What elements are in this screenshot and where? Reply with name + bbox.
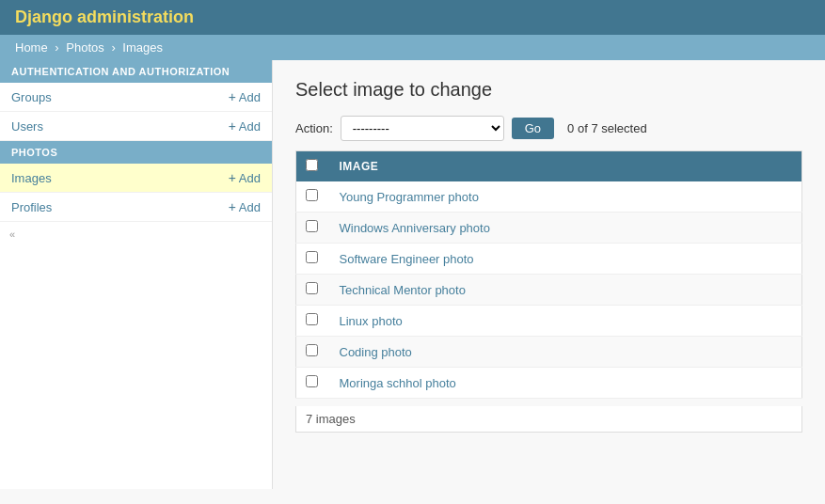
- sidebar-users-link[interactable]: Users: [11, 119, 43, 134]
- image-link-6[interactable]: Moringa schhol photo: [340, 376, 456, 390]
- sidebar-groups-add[interactable]: + Add: [229, 89, 261, 104]
- sidebar-images-link[interactable]: Images: [11, 171, 52, 185]
- sidebar: Authentication and Authorization Groups …: [0, 60, 273, 489]
- image-link-2[interactable]: Software Engineer photo: [340, 252, 474, 266]
- sidebar-profiles-link[interactable]: Profiles: [11, 200, 52, 214]
- row-label-cell: Moringa schhol photo: [330, 368, 802, 399]
- table-body: Young Programmer photo Windows Anniversa…: [296, 181, 802, 399]
- row-checkbox-4[interactable]: [306, 313, 318, 325]
- breadcrumb: Home › Photos › Images: [0, 35, 825, 60]
- sidebar-profiles-add[interactable]: + Add: [229, 199, 261, 214]
- plus-icon: +: [229, 118, 236, 134]
- row-checkbox-3[interactable]: [306, 282, 318, 294]
- image-link-4[interactable]: Linux photo: [340, 314, 403, 328]
- plus-icon: +: [229, 170, 236, 185]
- nav-toggle[interactable]: «: [0, 222, 272, 246]
- row-label-cell: Technical Mentor photo: [330, 275, 802, 306]
- images-table: IMAGE Young Programmer photo Windows Ann…: [295, 150, 802, 399]
- plus-icon: +: [229, 199, 236, 214]
- selected-count: 0 of 7 selected: [567, 121, 647, 135]
- table-row: Technical Mentor photo: [296, 275, 802, 306]
- row-checkbox-5[interactable]: [306, 344, 318, 356]
- row-checkbox-1[interactable]: [306, 220, 318, 232]
- header: Django administration: [0, 0, 825, 35]
- sidebar-groups-link[interactable]: Groups: [11, 90, 52, 104]
- chevron-left-icon: «: [9, 228, 15, 240]
- select-all-header[interactable]: [296, 151, 330, 182]
- row-checkbox-cell[interactable]: [296, 181, 330, 213]
- action-label: Action:: [295, 121, 333, 135]
- sidebar-item-images[interactable]: Images + Add: [0, 164, 272, 193]
- image-column-header: IMAGE: [330, 151, 802, 182]
- breadcrumb-current: Images: [122, 40, 163, 55]
- image-link-3[interactable]: Technical Mentor photo: [340, 283, 466, 297]
- sidebar-item-groups[interactable]: Groups + Add: [0, 83, 272, 112]
- table-row: Windows Anniversary photo: [296, 213, 802, 244]
- row-checkbox-6[interactable]: [306, 375, 318, 387]
- row-label-cell: Software Engineer photo: [330, 244, 802, 275]
- sidebar-item-profiles[interactable]: Profiles + Add: [0, 193, 272, 222]
- row-checkbox-cell[interactable]: [296, 213, 330, 244]
- table-row: Coding photo: [296, 337, 802, 368]
- row-checkbox-cell[interactable]: [296, 337, 330, 368]
- sidebar-photos-group: Photos Images + Add Profiles + Add: [0, 141, 272, 222]
- row-label-cell: Linux photo: [330, 306, 802, 337]
- table-row: Software Engineer photo: [296, 244, 802, 275]
- sidebar-users-add[interactable]: + Add: [229, 118, 261, 134]
- sidebar-item-users[interactable]: Users + Add: [0, 112, 272, 141]
- row-label-cell: Young Programmer photo: [330, 181, 802, 213]
- row-label-cell: Windows Anniversary photo: [330, 213, 802, 244]
- table-row: Linux photo: [296, 306, 802, 337]
- select-all-checkbox[interactable]: [306, 159, 318, 171]
- plus-icon: +: [229, 89, 236, 104]
- row-checkbox-cell[interactable]: [296, 306, 330, 337]
- row-label-cell: Coding photo: [330, 337, 802, 368]
- image-link-5[interactable]: Coding photo: [340, 345, 412, 359]
- page-title: Select image to change: [295, 79, 802, 101]
- row-checkbox-cell[interactable]: [296, 275, 330, 306]
- table-row: Young Programmer photo: [296, 181, 802, 213]
- image-link-0[interactable]: Young Programmer photo: [340, 190, 479, 204]
- breadcrumb-photos[interactable]: Photos: [66, 40, 103, 55]
- sidebar-auth-group: Authentication and Authorization Groups …: [0, 60, 272, 141]
- image-link-1[interactable]: Windows Anniversary photo: [340, 221, 490, 235]
- sidebar-auth-header: Authentication and Authorization: [0, 60, 272, 83]
- footer-count: 7 images: [295, 406, 802, 433]
- sidebar-images-add[interactable]: + Add: [229, 170, 261, 185]
- sidebar-photos-header: Photos: [0, 141, 272, 164]
- row-checkbox-cell[interactable]: [296, 368, 330, 399]
- action-select[interactable]: ---------Delete selected images: [341, 116, 504, 141]
- site-title[interactable]: Django administration: [15, 8, 194, 27]
- action-bar: Action: ---------Delete selected images …: [295, 116, 802, 141]
- row-checkbox-0[interactable]: [306, 189, 318, 201]
- row-checkbox-cell[interactable]: [296, 244, 330, 275]
- breadcrumb-home[interactable]: Home: [15, 40, 48, 55]
- main-content: Select image to change Action: ---------…: [273, 60, 825, 489]
- go-button[interactable]: Go: [512, 118, 554, 139]
- table-header-row: IMAGE: [296, 151, 802, 182]
- row-checkbox-2[interactable]: [306, 251, 318, 263]
- table-row: Moringa schhol photo: [296, 368, 802, 399]
